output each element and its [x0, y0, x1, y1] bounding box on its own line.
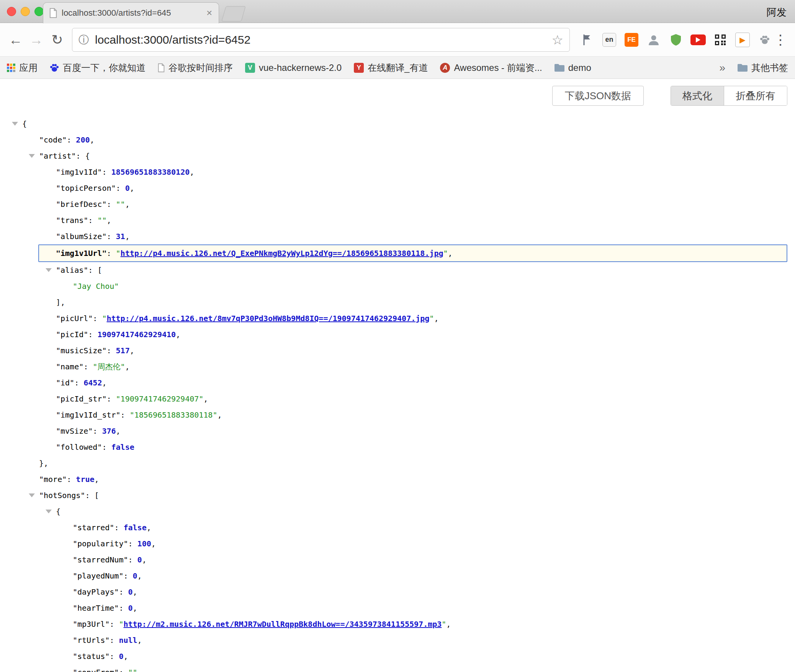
json-token: ,: [176, 330, 180, 339]
json-token: "": [97, 216, 106, 225]
bookmarks-overflow-icon[interactable]: »: [719, 62, 725, 74]
json-token: :: [128, 539, 137, 548]
bookmark-item-baidu[interactable]: 百度一下，你就知道: [50, 62, 146, 74]
bookmark-label: 在线翻译_有道: [368, 62, 428, 74]
json-line: "popularity": 100,: [0, 536, 795, 552]
new-tab-button[interactable]: [221, 6, 245, 21]
flag-extension-icon[interactable]: [578, 31, 596, 49]
json-url-link[interactable]: http://m2.music.126.net/RMJR7wDullRqppBk…: [123, 620, 442, 629]
json-token: :: [110, 652, 119, 661]
qr-code-extension-icon[interactable]: [712, 31, 729, 49]
bookmark-star-icon[interactable]: ☆: [552, 32, 563, 48]
json-url-link[interactable]: http://p4.music.126.net/8mv7qP30Pd3oHW8b…: [106, 314, 429, 323]
json-token: ,: [147, 523, 151, 532]
json-token: ,: [130, 346, 134, 355]
json-line: "more": true,: [0, 471, 795, 487]
json-line: "id": 6452,: [0, 375, 795, 391]
json-token: "topicPerson": [56, 184, 116, 193]
json-line: "hotSongs": [: [0, 487, 795, 503]
json-token: 200: [76, 135, 90, 144]
json-token: ": [429, 314, 434, 323]
youtube-extension-icon[interactable]: [689, 31, 707, 49]
minimize-window-button[interactable]: [21, 7, 30, 16]
bookmark-label: Awesomes - 前端资...: [454, 62, 542, 74]
json-line: "musicSize": 517,: [0, 343, 795, 359]
json-token: "picUrl": [56, 314, 93, 323]
youdao-dict-extension-icon[interactable]: en: [600, 31, 618, 49]
bookmark-item-vue-hackernews[interactable]: V vue-hackernews-2.0: [245, 62, 342, 73]
json-token: :: [106, 346, 116, 355]
json-url-link[interactable]: http://p4.music.126.net/Q_ExePNkmgB2yWyL…: [121, 249, 443, 258]
reload-button[interactable]: ↻: [47, 30, 67, 50]
json-token: :: [93, 426, 102, 436]
json-line: "mp3Url": "http://m2.music.126.net/RMJR7…: [0, 616, 795, 632]
json-token: 18569651883380120: [111, 167, 190, 177]
json-token: "": [128, 668, 137, 672]
baidu-paw-icon: [50, 63, 59, 72]
json-token: ,: [151, 539, 156, 548]
paw-extension-icon[interactable]: [756, 31, 774, 49]
download-json-button[interactable]: 下载JSON数据: [552, 86, 644, 106]
json-token: "name": [56, 362, 83, 371]
json-line: "copyFrom": "",: [0, 664, 795, 672]
collapse-toggle-icon[interactable]: [12, 122, 18, 126]
site-info-icon[interactable]: ⓘ: [79, 33, 89, 47]
json-token: "popularity": [73, 539, 128, 548]
vue-icon: V: [245, 63, 255, 73]
json-token: "artist": [39, 151, 76, 161]
music-player-extension-icon[interactable]: ▶: [734, 31, 751, 49]
json-token: : {: [76, 151, 90, 161]
apps-shortcut[interactable]: 应用: [7, 62, 38, 74]
json-token: "img1v1Id_str": [56, 410, 121, 420]
profile-name[interactable]: 阿发: [767, 6, 787, 19]
json-token: "img1v1Id": [56, 167, 102, 177]
tab-close-icon[interactable]: ✕: [206, 8, 213, 18]
json-token: 0: [137, 555, 142, 564]
address-bar[interactable]: ⓘ localhost:3000/artists?id=6452 ☆: [72, 28, 570, 52]
bookmark-item-youdao-translate[interactable]: Y 在线翻译_有道: [354, 62, 428, 74]
ublock-shield-icon[interactable]: [667, 31, 685, 49]
view-mode-segment: 格式化 折叠所有: [671, 86, 787, 106]
json-line: "img1v1Id_str": "18569651883380118",: [0, 407, 795, 423]
json-token: "status": [73, 652, 110, 661]
json-token: ,: [137, 668, 142, 672]
bookmarks-bar: 应用 百度一下，你就知道 谷歌按时间排序 V vue-hackernews-2.…: [0, 57, 795, 79]
bookmark-item-awesomes[interactable]: A Awesomes - 前端资...: [440, 62, 542, 74]
json-token: :: [88, 216, 97, 225]
collapse-toggle-icon[interactable]: [46, 510, 52, 513]
json-line: "status": 0,: [0, 648, 795, 664]
fe-extension-icon[interactable]: FE: [623, 31, 640, 49]
browser-menu-icon[interactable]: ⋮: [774, 32, 787, 48]
zoom-window-button[interactable]: [34, 7, 44, 16]
collapse-all-button[interactable]: 折叠所有: [724, 86, 787, 105]
browser-tab[interactable]: localhost:3000/artists?id=645 ✕: [43, 2, 219, 23]
user-extension-icon[interactable]: [645, 31, 662, 49]
json-token: :: [110, 636, 119, 645]
collapse-toggle-icon[interactable]: [29, 493, 35, 497]
json-token: 0: [125, 184, 130, 193]
bookmark-folder-demo[interactable]: demo: [555, 62, 591, 73]
json-token: ,: [125, 362, 129, 371]
format-button[interactable]: 格式化: [671, 86, 724, 105]
json-token: :: [128, 555, 137, 564]
bookmark-label: 其他书签: [751, 62, 788, 74]
json-token: 31: [116, 232, 125, 241]
other-bookmarks-folder[interactable]: 其他书签: [738, 62, 788, 74]
json-token: 0: [119, 652, 123, 661]
json-token: "Jay Chou": [73, 282, 119, 291]
back-button[interactable]: ←: [5, 30, 26, 50]
json-line-highlighted: "img1v1Url": "http://p4.music.126.net/Q_…: [38, 244, 787, 262]
collapse-toggle-icon[interactable]: [29, 154, 35, 158]
json-token: :: [88, 330, 97, 339]
collapse-toggle-icon[interactable]: [46, 268, 52, 272]
json-token: ,: [116, 426, 121, 436]
bookmark-item-google-sort[interactable]: 谷歌按时间排序: [158, 62, 233, 74]
json-token: "hotSongs": [39, 491, 85, 500]
apps-grid-icon: [7, 64, 15, 72]
json-line: "starredNum": 0,: [0, 552, 795, 568]
json-line: "code": 200,: [0, 132, 795, 148]
json-token: "followed": [56, 443, 102, 452]
json-token: 0: [128, 603, 133, 613]
json-token: ,: [102, 378, 106, 387]
close-window-button[interactable]: [7, 7, 16, 16]
